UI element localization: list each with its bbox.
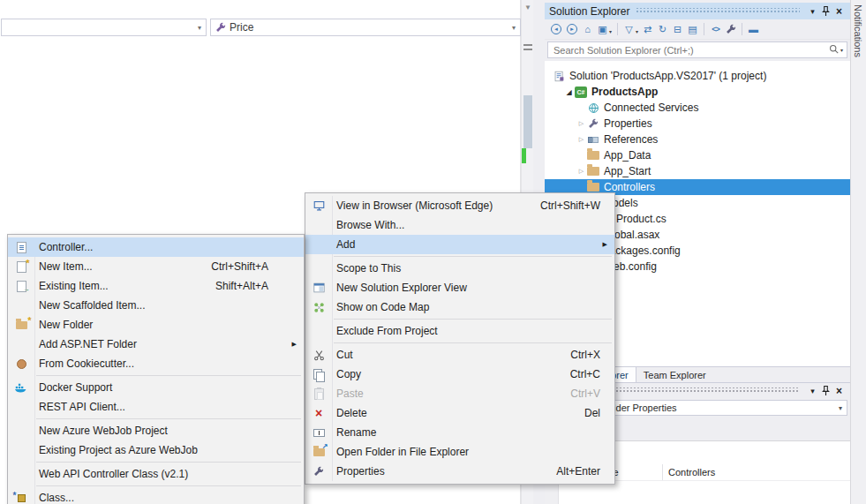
menu-shortcut: Ctrl+C (570, 368, 600, 380)
notifications-tab[interactable]: Notifications (850, 0, 866, 504)
paste-icon (305, 388, 332, 400)
filter-icon[interactable]: ▽ (621, 22, 636, 37)
pin-icon[interactable] (819, 5, 832, 17)
cut-icon (305, 350, 332, 361)
pin-icon[interactable] (819, 385, 832, 396)
menu-item-class[interactable]: Class... (8, 488, 304, 504)
toolbar-separator (704, 23, 704, 35)
menu-item-rest-api-client[interactable]: REST API Client... (8, 397, 304, 417)
view-code-icon[interactable]: <> (708, 22, 723, 37)
member-dropdown[interactable]: Price ▾ (210, 19, 521, 36)
tree-item-properties[interactable]: ▷ Properties (545, 116, 850, 132)
menu-item-rename[interactable]: Rename (305, 423, 614, 442)
menu-item-paste[interactable]: Paste Ctrl+V (305, 384, 614, 403)
menu-item-web-api-controller-class[interactable]: Web API Controller Class (v2.1) (8, 464, 304, 484)
menu-label: REST API Client... (34, 401, 298, 413)
menu-item-new-scaffolded-item[interactable]: New Scaffolded Item... (8, 296, 304, 315)
chevron-down-icon: ▾ (839, 404, 842, 412)
menu-item-scope-to-this[interactable]: Scope to This (305, 259, 614, 278)
menu-item-new-azure-webjob-project[interactable]: New Azure WebJob Project (8, 421, 304, 440)
menu-item-new-item[interactable]: New Item... Ctrl+Shift+A (8, 257, 304, 276)
menu-item-cut[interactable]: Cut Ctrl+X (305, 345, 614, 365)
tree-item-connected-services[interactable]: Connected Services (545, 100, 850, 116)
chevron-down-icon: ▾ (198, 24, 201, 32)
code-map-icon (305, 302, 332, 313)
menu-separator (36, 485, 301, 486)
menu-item-view-in-browser[interactable]: View in Browser (Microsoft Edge) Ctrl+Sh… (305, 196, 614, 215)
menu-item-new-folder[interactable]: New Folder (8, 315, 304, 335)
search-input[interactable] (552, 44, 829, 56)
chevron-collapsed-icon[interactable]: ▷ (576, 120, 586, 127)
menu-item-copy[interactable]: Copy Ctrl+C (305, 365, 614, 384)
title-grip (636, 8, 800, 14)
tree-item-productsapp[interactable]: ◢ C# ProductsApp (545, 84, 850, 100)
menu-label: Docker Support (34, 381, 298, 394)
tree-item-label: Properties (604, 117, 652, 130)
menu-item-new-solution-explorer-view[interactable]: New Solution Explorer View (305, 278, 614, 297)
scroll-dropdown-icon[interactable]: ▼ (524, 4, 531, 11)
properties-wrench-icon[interactable] (723, 22, 738, 37)
tree-item-label: Connected Services (604, 102, 698, 114)
menu-item-controller[interactable]: Controller... (8, 237, 304, 257)
menu-item-show-on-code-map[interactable]: Show on Code Map (305, 297, 614, 317)
menu-label: Controller... (34, 241, 298, 253)
menu-separator (334, 319, 612, 320)
tree-item-app-start[interactable]: ▷ App_Start (545, 163, 850, 179)
folder-icon (586, 151, 600, 160)
navigate-forward-icon[interactable]: ► (567, 24, 577, 34)
menu-item-existing-project-as-azure-webjob[interactable]: Existing Project as Azure WebJob (8, 440, 304, 460)
menu-item-delete[interactable]: × Delete Del (305, 403, 614, 423)
notifications-label: Notifications (853, 4, 863, 57)
tree-item-app-data[interactable]: App_Data (545, 147, 850, 163)
menu-label: Add ASP.NET Folder (34, 338, 298, 350)
refresh-icon[interactable]: ↻ (655, 22, 670, 37)
type-dropdown[interactable]: ▾ (1, 19, 207, 36)
tree-item-solution[interactable]: Solution 'ProductsApp.VS2017' (1 project… (545, 68, 850, 84)
menu-label: New Solution Explorer View (332, 282, 609, 294)
folder-icon (586, 183, 600, 192)
close-icon[interactable]: × (832, 385, 846, 397)
chevron-down-icon[interactable]: ▾ (636, 28, 638, 34)
menu-item-exclude-from-project[interactable]: Exclude From Project (305, 321, 614, 341)
menu-item-open-folder-in-file-explorer[interactable]: Open Folder in File Explorer (305, 442, 614, 462)
close-icon[interactable]: × (832, 5, 846, 18)
tab-team-explorer[interactable]: Team Explorer (636, 367, 713, 382)
solution-explorer-title-bar: Solution Explorer ▾ × (545, 3, 850, 19)
menu-item-add[interactable]: Add ▶ (305, 235, 614, 254)
navigate-back-icon[interactable]: ◄ (551, 24, 561, 34)
menu-item-add-aspnet-folder[interactable]: Add ASP.NET Folder ▶ (8, 335, 304, 354)
chevron-down-icon[interactable]: ▾ (609, 28, 612, 34)
show-all-files-icon[interactable]: ▤ (685, 22, 700, 37)
menu-item-docker-support[interactable]: Docker Support (8, 378, 304, 397)
chevron-collapsed-icon[interactable]: ▷ (576, 168, 586, 175)
delete-icon: × (305, 407, 332, 419)
rename-icon (305, 429, 332, 437)
menu-label: Web API Controller Class (v2.1) (34, 468, 298, 480)
chevron-expanded-icon[interactable]: ◢ (564, 88, 574, 96)
sync-with-active-document-icon[interactable]: ⇄ (640, 22, 655, 37)
collapse-all-icon[interactable]: ⊟ (670, 22, 685, 37)
browser-icon (305, 200, 332, 211)
scrollbar-thumb[interactable] (523, 95, 532, 148)
menu-item-browse-with[interactable]: Browse With... (305, 215, 614, 235)
switch-views-icon[interactable]: ▣ (595, 22, 610, 37)
search-bar: ▾ (545, 40, 850, 61)
menu-separator (334, 342, 612, 343)
preview-selected-items-icon[interactable]: ▬ (746, 22, 761, 37)
docker-icon (8, 382, 34, 393)
window-position-icon[interactable]: ▾ (806, 387, 819, 395)
menu-item-properties[interactable]: Properties Alt+Enter (305, 462, 614, 481)
search-icon[interactable] (829, 44, 839, 56)
chevron-down-icon[interactable]: ▾ (840, 47, 843, 53)
window-position-icon[interactable]: ▾ (806, 7, 819, 16)
tree-item-references[interactable]: ▷ References (545, 132, 850, 147)
property-value[interactable]: Controllers (663, 467, 850, 478)
new-folder-icon (8, 321, 34, 329)
chevron-collapsed-icon[interactable]: ▷ (576, 136, 586, 143)
editor-splitter-handle[interactable] (523, 44, 532, 50)
home-icon[interactable]: ⌂ (580, 22, 595, 37)
copy-icon (305, 369, 332, 380)
menu-item-from-cookiecutter[interactable]: From Cookiecutter... (8, 354, 304, 373)
menu-item-existing-item[interactable]: Existing Item... Shift+Alt+A (8, 276, 304, 296)
menu-label: Scope to This (332, 262, 609, 275)
